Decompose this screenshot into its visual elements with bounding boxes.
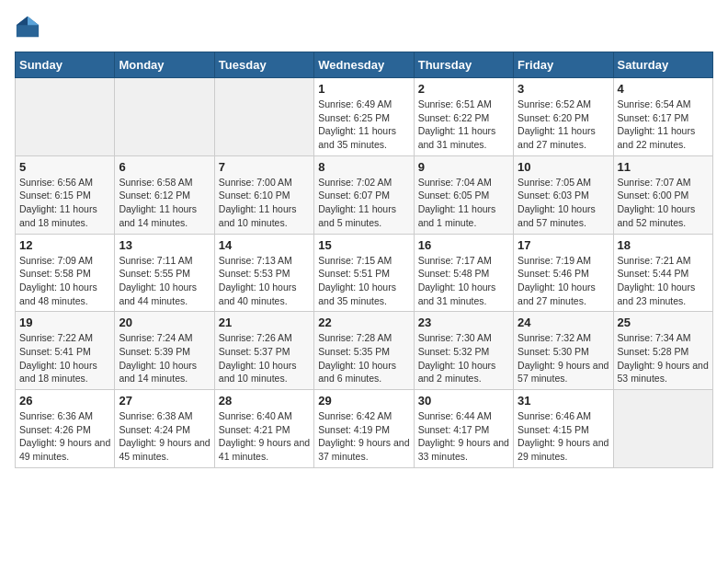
calendar-cell: 27Sunrise: 6:38 AM Sunset: 4:24 PM Dayli… [115, 390, 214, 468]
calendar-cell [115, 78, 214, 156]
day-info: Sunrise: 6:56 AM Sunset: 6:15 PM Dayligh… [19, 176, 110, 230]
calendar-cell: 3Sunrise: 6:52 AM Sunset: 6:20 PM Daylig… [514, 78, 613, 156]
day-number: 30 [418, 394, 509, 408]
calendar-cell: 30Sunrise: 6:44 AM Sunset: 4:17 PM Dayli… [414, 390, 513, 468]
calendar-cell: 16Sunrise: 7:17 AM Sunset: 5:48 PM Dayli… [414, 234, 513, 312]
day-info: Sunrise: 6:46 AM Sunset: 4:15 PM Dayligh… [518, 409, 609, 464]
day-info: Sunrise: 6:44 AM Sunset: 4:17 PM Dayligh… [418, 409, 509, 464]
day-number: 5 [19, 160, 110, 174]
calendar-cell: 24Sunrise: 7:32 AM Sunset: 5:30 PM Dayli… [514, 312, 613, 390]
day-number: 17 [518, 238, 609, 252]
calendar-cell: 8Sunrise: 7:02 AM Sunset: 6:07 PM Daylig… [314, 155, 414, 234]
calendar-cell: 31Sunrise: 6:46 AM Sunset: 4:15 PM Dayli… [514, 390, 613, 468]
calendar-header-wednesday: Wednesday [314, 52, 414, 78]
day-number: 3 [518, 82, 609, 96]
day-number: 27 [119, 394, 210, 408]
day-info: Sunrise: 6:36 AM Sunset: 4:26 PM Dayligh… [19, 409, 110, 464]
calendar-cell: 1Sunrise: 6:49 AM Sunset: 6:25 PM Daylig… [314, 78, 414, 156]
day-info: Sunrise: 6:49 AM Sunset: 6:25 PM Dayligh… [318, 98, 409, 152]
day-number: 8 [318, 160, 409, 174]
calendar-week-row: 19Sunrise: 7:22 AM Sunset: 5:41 PM Dayli… [16, 312, 713, 390]
day-number: 9 [418, 160, 509, 174]
calendar-cell: 23Sunrise: 7:30 AM Sunset: 5:32 PM Dayli… [414, 312, 513, 390]
day-info: Sunrise: 7:15 AM Sunset: 5:51 PM Dayligh… [318, 254, 409, 308]
day-number: 21 [219, 316, 310, 329]
calendar-cell: 19Sunrise: 7:22 AM Sunset: 5:41 PM Dayli… [16, 312, 115, 390]
calendar-cell [214, 78, 313, 156]
day-number: 26 [19, 394, 110, 408]
calendar-header-thursday: Thursday [414, 52, 513, 78]
svg-marker-2 [17, 17, 28, 25]
day-info: Sunrise: 7:00 AM Sunset: 6:10 PM Dayligh… [219, 176, 310, 230]
calendar-cell: 6Sunrise: 6:58 AM Sunset: 6:12 PM Daylig… [115, 155, 214, 234]
calendar-week-row: 26Sunrise: 6:36 AM Sunset: 4:26 PM Dayli… [16, 390, 713, 468]
day-number: 23 [418, 316, 509, 329]
calendar-body: 1Sunrise: 6:49 AM Sunset: 6:25 PM Daylig… [16, 78, 713, 468]
calendar-cell: 9Sunrise: 7:04 AM Sunset: 6:05 PM Daylig… [414, 155, 513, 234]
calendar-header-row: SundayMondayTuesdayWednesdayThursdayFrid… [16, 52, 713, 78]
day-info: Sunrise: 7:30 AM Sunset: 5:32 PM Dayligh… [418, 331, 509, 385]
day-number: 1 [318, 82, 409, 96]
day-info: Sunrise: 7:02 AM Sunset: 6:07 PM Dayligh… [318, 176, 409, 230]
day-info: Sunrise: 7:07 AM Sunset: 6:00 PM Dayligh… [618, 176, 709, 230]
calendar-header-saturday: Saturday [613, 52, 712, 78]
calendar-cell: 21Sunrise: 7:26 AM Sunset: 5:37 PM Dayli… [214, 312, 313, 390]
day-number: 16 [418, 238, 509, 252]
day-number: 18 [618, 238, 709, 252]
logo-icon [15, 15, 40, 40]
day-info: Sunrise: 6:54 AM Sunset: 6:17 PM Dayligh… [618, 98, 709, 152]
day-info: Sunrise: 6:51 AM Sunset: 6:22 PM Dayligh… [418, 98, 509, 152]
day-info: Sunrise: 6:52 AM Sunset: 6:20 PM Dayligh… [518, 98, 609, 152]
calendar-cell: 29Sunrise: 6:42 AM Sunset: 4:19 PM Dayli… [314, 390, 414, 468]
day-number: 10 [518, 160, 609, 174]
calendar-table: SundayMondayTuesdayWednesdayThursdayFrid… [15, 52, 713, 468]
day-info: Sunrise: 7:11 AM Sunset: 5:55 PM Dayligh… [119, 254, 210, 308]
day-info: Sunrise: 7:13 AM Sunset: 5:53 PM Dayligh… [219, 254, 310, 308]
calendar-week-row: 5Sunrise: 6:56 AM Sunset: 6:15 PM Daylig… [16, 155, 713, 234]
day-info: Sunrise: 7:28 AM Sunset: 5:35 PM Dayligh… [318, 331, 409, 385]
day-number: 13 [119, 238, 210, 252]
calendar-cell: 13Sunrise: 7:11 AM Sunset: 5:55 PM Dayli… [115, 234, 214, 312]
calendar-cell: 4Sunrise: 6:54 AM Sunset: 6:17 PM Daylig… [613, 78, 712, 156]
calendar-cell: 22Sunrise: 7:28 AM Sunset: 5:35 PM Dayli… [314, 312, 414, 390]
calendar-header-tuesday: Tuesday [214, 52, 313, 78]
day-number: 25 [618, 316, 709, 329]
day-number: 12 [19, 238, 110, 252]
day-number: 11 [618, 160, 709, 174]
calendar-header-monday: Monday [115, 52, 214, 78]
day-info: Sunrise: 7:24 AM Sunset: 5:39 PM Dayligh… [119, 331, 210, 385]
calendar-cell: 25Sunrise: 7:34 AM Sunset: 5:28 PM Dayli… [613, 312, 712, 390]
day-info: Sunrise: 7:19 AM Sunset: 5:46 PM Dayligh… [518, 254, 609, 308]
day-info: Sunrise: 7:34 AM Sunset: 5:28 PM Dayligh… [618, 331, 709, 385]
calendar-cell: 28Sunrise: 6:40 AM Sunset: 4:21 PM Dayli… [214, 390, 313, 468]
day-number: 15 [318, 238, 409, 252]
calendar-header-friday: Friday [514, 52, 613, 78]
day-info: Sunrise: 7:05 AM Sunset: 6:03 PM Dayligh… [518, 176, 609, 230]
day-number: 4 [618, 82, 709, 96]
day-number: 28 [219, 394, 310, 408]
day-number: 22 [318, 316, 409, 329]
day-info: Sunrise: 6:42 AM Sunset: 4:19 PM Dayligh… [318, 409, 409, 464]
calendar-header-sunday: Sunday [16, 52, 115, 78]
calendar-cell: 15Sunrise: 7:15 AM Sunset: 5:51 PM Dayli… [314, 234, 414, 312]
calendar-cell [16, 78, 115, 156]
calendar-cell: 7Sunrise: 7:00 AM Sunset: 6:10 PM Daylig… [214, 155, 313, 234]
calendar-cell: 26Sunrise: 6:36 AM Sunset: 4:26 PM Dayli… [16, 390, 115, 468]
day-number: 7 [219, 160, 310, 174]
calendar-cell [613, 390, 712, 468]
day-number: 2 [418, 82, 509, 96]
day-number: 6 [119, 160, 210, 174]
day-number: 24 [518, 316, 609, 329]
day-info: Sunrise: 7:32 AM Sunset: 5:30 PM Dayligh… [518, 331, 609, 385]
day-number: 31 [518, 394, 609, 408]
calendar-week-row: 12Sunrise: 7:09 AM Sunset: 5:58 PM Dayli… [16, 234, 713, 312]
svg-marker-1 [28, 17, 39, 25]
day-info: Sunrise: 6:38 AM Sunset: 4:24 PM Dayligh… [119, 409, 210, 464]
calendar-cell: 20Sunrise: 7:24 AM Sunset: 5:39 PM Dayli… [115, 312, 214, 390]
day-info: Sunrise: 7:22 AM Sunset: 5:41 PM Dayligh… [19, 331, 110, 385]
calendar-cell: 12Sunrise: 7:09 AM Sunset: 5:58 PM Dayli… [16, 234, 115, 312]
page-header [15, 15, 713, 40]
calendar-cell: 2Sunrise: 6:51 AM Sunset: 6:22 PM Daylig… [414, 78, 513, 156]
calendar-week-row: 1Sunrise: 6:49 AM Sunset: 6:25 PM Daylig… [16, 78, 713, 156]
day-info: Sunrise: 7:21 AM Sunset: 5:44 PM Dayligh… [618, 254, 709, 308]
